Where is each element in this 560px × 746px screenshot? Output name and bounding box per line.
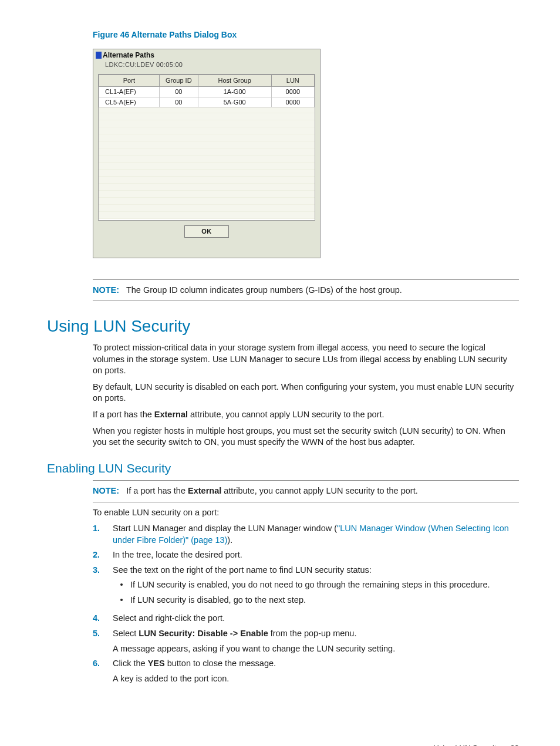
paragraph: By default, LUN security is disabled on … (93, 382, 519, 404)
table-empty-area (99, 107, 315, 219)
figure-caption: Figure 46 Alternate Paths Dialog Box (93, 29, 519, 40)
step-item: 5. Select LUN Security: Disable -> Enabl… (93, 628, 519, 654)
text: from the pop-up menu. (268, 629, 357, 638)
note-block: NOTE: If a port has the External attribu… (93, 480, 519, 502)
step-item: 2. In the tree, locate the desired port. (93, 549, 519, 561)
step-text: Select LUN Security: Disable -> Enable f… (113, 628, 519, 654)
dialog-subtitle: LDKC:CU:LDEV 00:05:00 (105, 60, 320, 69)
bullets-list: If LUN security is enabled, you do not n… (113, 579, 519, 606)
text: attribute, you cannot apply LUN security… (188, 410, 384, 419)
step-subtext: A key is added to the port icon. (113, 673, 519, 685)
cell-group-id: 00 (159, 86, 198, 97)
text-bold: YES (148, 659, 165, 668)
step-item: 1. Start LUN Manager and display the LUN… (93, 523, 519, 546)
dialog-titlebar: Alternate Paths (93, 49, 320, 60)
col-host-group[interactable]: Host Group (198, 75, 271, 86)
step-number: 1. (93, 523, 113, 546)
ok-button[interactable]: OK (184, 225, 229, 238)
cell-host-group: 5A-G00 (198, 97, 271, 107)
dialog-table-wrap: Port Group ID Host Group LUN CL1-A(EF) 0… (98, 74, 315, 221)
table-row[interactable]: CL1-A(EF) 00 1A-G00 0000 (99, 86, 315, 97)
col-group-id[interactable]: Group ID (159, 75, 198, 86)
cell-group-id: 00 (159, 97, 198, 107)
cell-port: CL5-A(EF) (99, 97, 160, 107)
note-label: NOTE: (93, 285, 119, 295)
col-port[interactable]: Port (99, 75, 160, 86)
step-text: Select and right-click the port. (113, 613, 519, 625)
text: button to close the message. (165, 659, 276, 668)
step-text: See the text on the right of the port na… (113, 565, 519, 610)
step-number: 3. (93, 565, 113, 610)
text: See the text on the right of the port na… (113, 565, 372, 575)
text: Click the (113, 659, 148, 668)
text: If a port has the (93, 410, 154, 419)
text: If LUN security is disabled, go to the n… (130, 595, 306, 606)
bullet-item: If LUN security is disabled, go to the n… (113, 595, 519, 606)
subsection-heading: Enabling LUN Security (47, 460, 519, 477)
step-text: Click the YES button to close the messag… (113, 658, 519, 684)
step-number: 6. (93, 658, 113, 684)
page-number: 83 (511, 744, 519, 746)
cell-port: CL1-A(EF) (99, 86, 160, 97)
step-subtext: A message appears, asking if you want to… (113, 643, 519, 655)
text-bold: External (188, 486, 221, 495)
steps-list: 1. Start LUN Manager and display the LUN… (93, 523, 519, 684)
cell-lun: 0000 (271, 97, 314, 107)
table-header-row: Port Group ID Host Group LUN (99, 75, 315, 86)
step-text: Start LUN Manager and display the LUN Ma… (113, 523, 519, 546)
dialog-title: Alternate Paths (103, 50, 154, 60)
note-text: The Group ID column indicates group numb… (126, 285, 402, 295)
text: If a port has the (126, 486, 188, 495)
step-text: In the tree, locate the desired port. (113, 549, 519, 561)
step-item: 4. Select and right-click the port. (93, 613, 519, 625)
text-bold: LUN Security: Disable -> Enable (139, 629, 268, 638)
footer-title: Using LUN Security (433, 744, 500, 746)
text: attribute, you cannot apply LUN security… (221, 486, 417, 495)
step-number: 2. (93, 549, 113, 561)
col-lun[interactable]: LUN (271, 75, 314, 86)
step-item: 6. Click the YES button to close the mes… (93, 658, 519, 684)
step-item: 3. See the text on the right of the port… (93, 565, 519, 610)
alternate-paths-dialog: Alternate Paths LDKC:CU:LDEV 00:05:00 Po… (93, 49, 321, 258)
text-bold: External (154, 410, 188, 419)
note-block: NOTE: The Group ID column indicates grou… (93, 279, 519, 302)
step-number: 4. (93, 613, 113, 625)
text: Select (113, 629, 139, 638)
paragraph: When you register hosts in multiple host… (93, 426, 519, 448)
step-number: 5. (93, 628, 113, 654)
dialog-icon (96, 52, 102, 59)
note-label: NOTE: (93, 486, 119, 495)
bullet-item: If LUN security is enabled, you do not n… (113, 579, 519, 591)
text: If LUN security is enabled, you do not n… (130, 579, 490, 591)
section-heading: Using LUN Security (47, 315, 519, 337)
paragraph: If a port has the External attribute, yo… (93, 409, 519, 421)
alternate-paths-table: Port Group ID Host Group LUN CL1-A(EF) 0… (99, 75, 315, 108)
page-footer: Using LUN Security 83 (47, 743, 519, 746)
text: Start LUN Manager and display the LUN Ma… (113, 524, 337, 533)
intro-text: To enable LUN security on a port: (93, 507, 519, 519)
cell-lun: 0000 (271, 86, 314, 97)
table-row[interactable]: CL5-A(EF) 00 5A-G00 0000 (99, 97, 315, 107)
dialog-button-row: OK (93, 224, 320, 258)
text: ). (227, 535, 232, 545)
cell-host-group: 1A-G00 (198, 86, 271, 97)
paragraph: To protect mission-critical data in your… (93, 342, 519, 377)
